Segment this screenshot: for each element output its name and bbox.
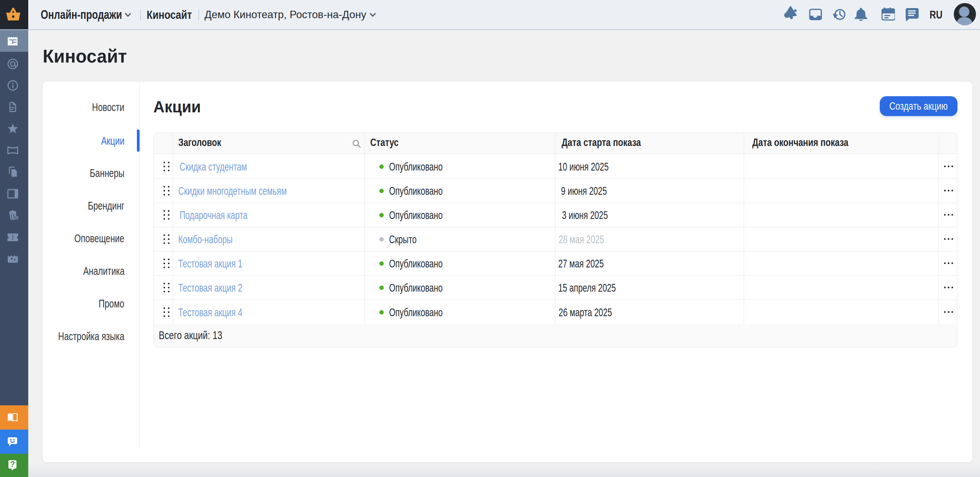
svg-text:?: ? bbox=[10, 460, 15, 469]
